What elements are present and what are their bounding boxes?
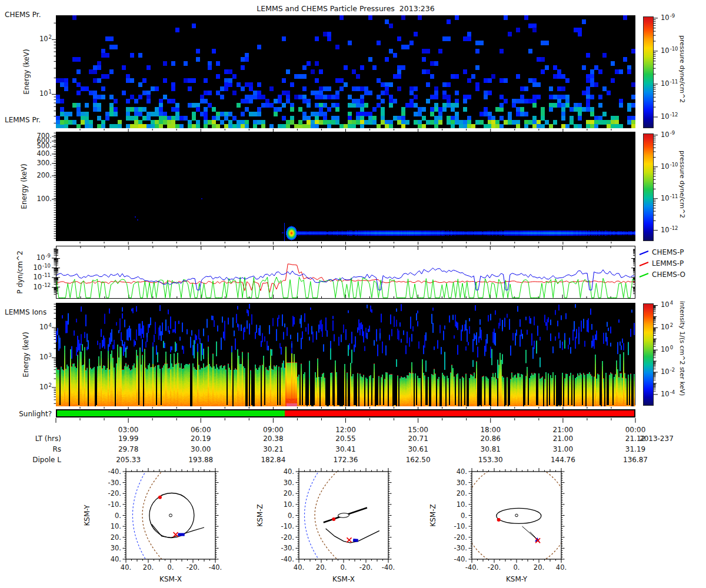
panel1-label: CHEMS Pr.	[5, 11, 41, 19]
row-value: 162.50	[392, 456, 445, 464]
time-label: 15:00	[392, 426, 445, 434]
row-value: 20.19	[174, 435, 227, 443]
orbit-y-tick-label: 10.	[457, 500, 467, 509]
axis-ruler	[49, 15, 56, 129]
panel2-label: LEMMS Pr.	[5, 116, 41, 124]
row-value: 21.12	[609, 435, 662, 443]
time-label: 12:00	[319, 426, 372, 434]
row-value: 20.71	[392, 435, 445, 443]
orbit-y-tick-label: 10.	[111, 522, 121, 530]
orbit-content	[132, 467, 204, 564]
sunlight-day-segment	[57, 410, 285, 416]
time-tick-strip	[55, 242, 637, 246]
row-value: 205.33	[102, 456, 155, 464]
pressure-colorbar-2-title: pressure dyne/cm^2	[678, 151, 686, 218]
orbit-y-axis-title: KSM-Y	[83, 505, 91, 526]
orbit-y-tick-label: -40.	[454, 555, 467, 563]
row-label-dipole-l: Dipole L	[0, 456, 61, 464]
orbit-y-tick-label: 30.	[457, 479, 467, 487]
orbit-x-axis-title: KSM-Y	[506, 575, 528, 583]
row-value: 30.81	[464, 445, 517, 453]
axis-ruler	[654, 16, 661, 129]
orbit-ellipse	[497, 508, 541, 523]
orbit-x-tick-label: -40.	[382, 563, 395, 572]
orbit-y-tick-label: 0.	[288, 512, 294, 520]
orbit-x-tick-label: -20.	[359, 563, 372, 572]
orbit-y-tick-label: 40.	[284, 467, 294, 476]
orbit-y-tick-label: 30.	[111, 544, 121, 552]
bow-shock-curve	[132, 467, 148, 564]
intensity-colorbar	[643, 303, 654, 406]
row-value: 172.36	[319, 456, 372, 464]
intensity-cb-tick: 10-2	[661, 368, 688, 376]
orbit-y-axis-title: KSM-Z	[429, 504, 437, 526]
row-value: 144.76	[537, 456, 590, 464]
intensity-cb-tick: 100	[661, 345, 688, 353]
orbit-x-tick-label: -20.	[187, 563, 199, 572]
time-label: 03:00	[102, 426, 155, 434]
orbit-y-tick-label: 20.	[457, 489, 467, 497]
row-value: 31.19	[609, 445, 662, 453]
orbit-y-tick-label: -30.	[281, 544, 294, 552]
pressure-timeseries-plot	[56, 246, 635, 298]
orbit-x-tick-label: 0.	[168, 563, 174, 572]
intensity-cb-tick: 10-4	[661, 390, 688, 398]
orbit-y-tick-label: 0.	[461, 512, 467, 520]
orbit-y-tick-label: 10.	[284, 500, 294, 509]
row-value: 136.87	[609, 456, 662, 464]
panel4-label: LEMMS Ions	[5, 308, 46, 316]
orbit-y-tick-label: 40.	[111, 555, 121, 563]
lemms-pressure-spectrogram	[56, 132, 635, 241]
row-value: 20.86	[464, 435, 517, 443]
sunlight-night-segment	[285, 410, 635, 416]
row-label-lt-hrs-: LT (hrs)	[0, 435, 61, 443]
panel3-ytick: 10-12	[21, 283, 51, 291]
magnetopause-curve	[142, 467, 166, 564]
pressure-cb1-tick: 10-11	[661, 79, 688, 88]
orbit-plot-ksm-y-vs-ksm-z: -40.-20.0.20.40.40.30.20.10.0.-10.-20.-3…	[422, 467, 577, 588]
pressure-cb2-tick: 10-12	[661, 226, 688, 234]
orbit-y-tick-label: -40.	[108, 467, 121, 476]
pressure-cb2-tick: 10-9	[661, 131, 688, 139]
time-tick-strip	[55, 129, 637, 133]
boundary-circle	[464, 467, 570, 568]
planet-marker	[515, 514, 518, 517]
figure-title: LEMMS and CHEMS Particle Pressures 2013:…	[56, 4, 635, 13]
orbit-start-marker	[158, 496, 162, 499]
pressure-colorbar-1-title: pressure dyne/cm^2	[678, 35, 686, 103]
orbit-y-tick-label: 40.	[457, 467, 467, 476]
panel3-ytick: 10-9	[21, 253, 51, 262]
figure-root: LEMMS and CHEMS Particle Pressures 2013:…	[0, 0, 706, 588]
pressure-colorbar-2	[643, 133, 654, 241]
intensity-cb-tick: 102	[661, 323, 688, 331]
legend-swatch-lemms-p	[638, 260, 650, 268]
orbit-y-tick-label: -10.	[454, 522, 467, 530]
pressure-cb2-tick: 10-11	[661, 194, 688, 202]
orbit-y-tick-label: -40.	[281, 555, 294, 563]
row-value: 30.41	[319, 445, 372, 453]
row-value: 30.00	[174, 445, 227, 453]
panel2-ytick: 200.	[28, 171, 52, 179]
orbit-y-tick-label: 30.	[284, 479, 294, 487]
orbit-x-axis-title: KSM-X	[332, 575, 355, 583]
orbit-y-tick-label: -20.	[281, 533, 294, 542]
axis-ruler	[49, 245, 56, 299]
orbit-y-tick-label: -30.	[108, 479, 121, 487]
pressure-cb2-tick: 10-10	[661, 162, 688, 171]
panel1-ytick: 101	[22, 89, 52, 98]
axis-ruler	[49, 131, 56, 242]
time-label: 21:00	[537, 426, 590, 434]
orbit-x-tick-label: 40.	[294, 563, 304, 572]
orbit-x-axis-title: KSM-X	[159, 575, 182, 583]
time-tick-strip	[55, 407, 637, 411]
orbit-y-tick-label: -10.	[108, 500, 121, 509]
orbit-y-tick-label: 20.	[111, 533, 121, 542]
row-value: 20.38	[247, 435, 299, 443]
row-label-rs: Rs	[0, 445, 61, 453]
pressure-cb1-tick: 10-10	[661, 46, 688, 55]
time-label: 06:00	[174, 426, 227, 434]
orbit-x-tick-label: -20.	[488, 563, 501, 572]
legend-swatch-chems-o	[638, 272, 650, 279]
row-value: 182.84	[247, 456, 299, 464]
orbit-y-tick-label: 20.	[284, 489, 294, 497]
